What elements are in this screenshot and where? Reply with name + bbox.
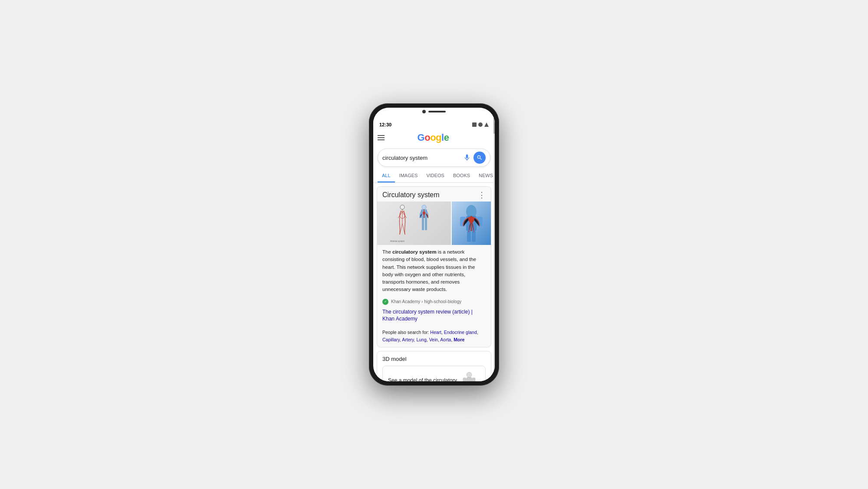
logo-g2: g	[436, 132, 441, 143]
kp-also-search: People also search for: Heart, Endocrine…	[377, 327, 491, 347]
hamburger-line-2	[378, 137, 385, 138]
tab-books[interactable]: BOOKS	[449, 169, 474, 182]
source-name: Khan Academy › high-school-biology	[391, 299, 461, 304]
wifi-icon	[478, 122, 483, 127]
kp-header: Circulatory system ⋮	[377, 187, 491, 202]
also-search-label: People also search for:	[382, 330, 429, 335]
time-display: 12:30	[379, 122, 391, 127]
kp-image-colored[interactable]	[452, 202, 491, 245]
svg-rect-10	[422, 218, 424, 230]
google-logo: G o o g l e	[418, 132, 449, 143]
tab-all[interactable]: ALL	[378, 169, 395, 182]
3d-model-card[interactable]: See a model of the circulatory system	[382, 366, 486, 381]
svg-marker-0	[484, 122, 489, 127]
3d-model-thumbnail	[458, 370, 480, 381]
tab-news[interactable]: NEWS	[474, 169, 495, 182]
svg-point-19	[467, 372, 472, 377]
svg-rect-22	[472, 378, 475, 381]
anatomy-diagram-svg: Arterial system	[388, 203, 440, 244]
also-search-aorta[interactable]: Aorta	[440, 337, 451, 342]
tabs-bar: ALL IMAGES VIDEOS BOOKS NEWS MAPS	[373, 169, 495, 183]
also-search-capillary[interactable]: Capillary	[382, 337, 400, 342]
kp-source: ✓ Khan Academy › high-school-biology	[377, 297, 491, 307]
hamburger-line-3	[378, 139, 385, 140]
kp-article-link[interactable]: The circulatory system review (article) …	[377, 307, 491, 327]
svg-rect-18	[472, 231, 476, 242]
svg-text:Arterial system: Arterial system	[390, 240, 404, 242]
signal-icon	[472, 122, 477, 127]
scroll-content[interactable]: G o o g l e circulatory system	[373, 129, 495, 381]
svg-point-8	[422, 205, 426, 209]
section-3d: 3D model See a model of the circulatory …	[377, 351, 491, 381]
speaker-bar	[428, 111, 446, 112]
kp-bold-term: circulatory system	[392, 249, 437, 254]
camera-dot	[422, 110, 426, 113]
also-search-more[interactable]: More	[454, 337, 464, 342]
tab-images[interactable]: IMAGES	[395, 169, 422, 182]
status-bar: 12:30	[373, 120, 495, 129]
also-search-heart[interactable]: Heart	[430, 330, 441, 335]
scroll-indicator	[493, 108, 495, 381]
phone-screen: 12:30 G o o	[373, 108, 495, 381]
logo-g: G	[418, 132, 425, 143]
hamburger-menu[interactable]	[378, 135, 385, 140]
svg-rect-11	[425, 218, 427, 230]
logo-house-container: g	[436, 132, 441, 143]
tab-videos[interactable]: VIDEOS	[422, 169, 449, 182]
microphone-icon[interactable]	[463, 154, 471, 162]
svg-rect-20	[467, 377, 472, 381]
svg-rect-21	[463, 378, 466, 381]
kp-description: The circulatory system is a network cons…	[377, 248, 491, 297]
source-verified-icon: ✓	[382, 299, 388, 305]
logo-e: e	[444, 132, 449, 143]
kp-images: Arterial system	[377, 202, 491, 245]
3d-model-text: See a model of the circulatory system	[388, 377, 458, 381]
notch-area	[373, 108, 495, 120]
knowledge-panel: Circulatory system ⋮	[377, 186, 491, 347]
phone-device: 12:30 G o o	[369, 103, 499, 386]
also-search-vein[interactable]: Vein	[429, 337, 438, 342]
battery-icon	[484, 122, 489, 127]
3d-model-title: 3D model	[382, 356, 486, 362]
3d-model-icon	[460, 371, 478, 381]
kp-more-button[interactable]: ⋮	[478, 191, 486, 199]
status-icons	[472, 122, 489, 127]
search-button[interactable]	[473, 152, 486, 164]
search-query-text: circulatory system	[382, 155, 463, 161]
circulatory-colored-svg	[454, 203, 489, 244]
search-icon	[477, 155, 483, 161]
svg-point-1	[400, 205, 404, 209]
also-search-endocrine[interactable]: Endocrine gland	[444, 330, 477, 335]
hamburger-line-1	[378, 135, 385, 136]
kp-title: Circulatory system	[382, 191, 440, 199]
kp-image-anatomy[interactable]: Arterial system	[377, 202, 451, 245]
search-bar[interactable]: circulatory system	[378, 149, 490, 167]
camera-area	[422, 110, 446, 113]
kp-desc-text: is a network consisting of blood, blood …	[382, 249, 476, 292]
search-bar-container: circulatory system	[373, 146, 495, 169]
also-search-artery[interactable]: Artery	[402, 337, 414, 342]
also-search-lung[interactable]: Lung	[416, 337, 426, 342]
logo-o2: o	[430, 132, 436, 143]
scroll-indicator-bar	[493, 116, 495, 134]
google-header: G o o g l e	[373, 129, 495, 146]
logo-o1: o	[424, 132, 430, 143]
svg-rect-17	[467, 231, 471, 242]
